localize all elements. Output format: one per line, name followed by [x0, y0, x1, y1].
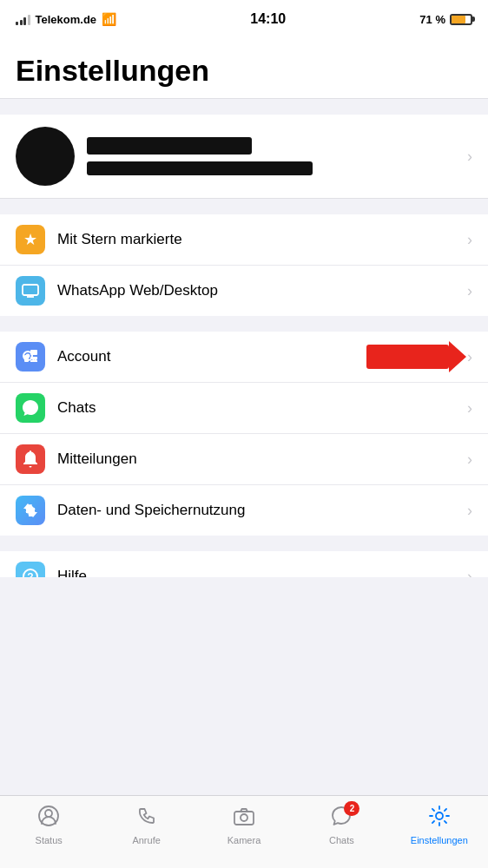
storage-icon — [16, 496, 45, 525]
signal-bar-2 — [20, 20, 23, 25]
arrow-head — [449, 341, 466, 372]
status-right: 71 % — [419, 13, 472, 26]
profile-status-redacted — [87, 161, 313, 175]
row-account[interactable]: Account › — [0, 332, 488, 383]
battery-fill — [452, 16, 465, 23]
carrier-label: Telekom.de — [36, 13, 97, 26]
section-main: Account › Chats › Mitteilungen › — [0, 332, 488, 536]
section-gap-2 — [0, 199, 488, 214]
section-gap-4 — [0, 536, 488, 551]
page-header: Einstellungen — [0, 38, 488, 99]
nav-camera-label: Kamera — [228, 835, 261, 845]
storage-chevron: › — [467, 502, 472, 520]
web-icon — [16, 276, 45, 306]
notifications-chevron: › — [467, 450, 472, 469]
nav-camera-icon — [233, 805, 255, 832]
battery-percent: 71 % — [419, 13, 445, 26]
nav-status-label: Status — [36, 835, 63, 845]
chats-label: Chats — [57, 399, 467, 417]
nav-calls[interactable]: Anrufe — [97, 805, 195, 845]
row-notifications[interactable]: Mitteilungen › — [0, 434, 488, 485]
nav-status[interactable]: Status — [0, 805, 97, 845]
svg-point-18 — [241, 814, 247, 821]
svg-point-16 — [45, 810, 52, 817]
wifi-icon: 📶 — [102, 12, 116, 26]
nav-settings[interactable]: Einstellungen — [391, 805, 488, 845]
signal-bars — [16, 14, 30, 25]
section-help: ? Hilfe › — [0, 551, 488, 577]
status-time: 14:10 — [250, 11, 286, 27]
red-arrow — [366, 345, 449, 369]
svg-text:?: ? — [27, 571, 33, 577]
notifications-icon — [16, 444, 45, 474]
svg-rect-11 — [33, 358, 35, 360]
status-left: Telekom.de 📶 — [16, 12, 116, 26]
profile-chevron: › — [467, 148, 472, 166]
nav-chats[interactable]: 2 Chats — [293, 805, 390, 845]
starred-icon: ★ — [16, 225, 45, 254]
help-chevron: › — [467, 568, 472, 578]
nav-settings-label: Einstellungen — [411, 835, 468, 845]
signal-bar-4 — [28, 15, 30, 25]
svg-rect-10 — [35, 358, 36, 361]
chats-chevron: › — [467, 399, 472, 418]
section-gap-1 — [0, 99, 488, 115]
arrow-body — [366, 345, 449, 369]
starred-label: Mit Stern markierte — [57, 231, 467, 248]
chats-icon — [16, 393, 45, 423]
svg-point-8 — [26, 354, 30, 358]
profile-row[interactable]: › — [0, 115, 488, 199]
profile-info — [87, 137, 455, 175]
profile-name-redacted — [87, 137, 252, 155]
row-storage[interactable]: Daten- und Speichernutzung › — [0, 485, 488, 536]
nav-camera[interactable]: Kamera — [195, 805, 293, 845]
nav-status-icon — [37, 805, 60, 832]
nav-calls-label: Anrufe — [132, 835, 160, 845]
account-icon — [16, 342, 45, 372]
help-label: Hilfe — [57, 568, 467, 577]
nav-calls-icon — [135, 805, 158, 832]
storage-label: Daten- und Speichernutzung — [57, 502, 467, 519]
svg-rect-0 — [23, 285, 38, 295]
svg-point-19 — [436, 812, 443, 819]
notifications-label: Mitteilungen — [57, 450, 467, 468]
nav-chats-label: Chats — [329, 835, 354, 845]
nav-chats-icon: 2 — [330, 805, 353, 832]
battery-icon — [450, 14, 472, 25]
status-bar: Telekom.de 📶 14:10 71 % — [0, 0, 488, 38]
help-icon: ? — [16, 562, 45, 577]
row-starred[interactable]: ★ Mit Stern markierte › — [0, 214, 488, 266]
row-help[interactable]: ? Hilfe › — [0, 551, 488, 577]
section-quick: ★ Mit Stern markierte › WhatsApp Web/Des… — [0, 214, 488, 316]
web-chevron: › — [467, 282, 472, 300]
row-chats[interactable]: Chats › — [0, 383, 488, 434]
chats-badge: 2 — [344, 801, 359, 816]
row-web[interactable]: WhatsApp Web/Desktop › — [0, 266, 488, 316]
avatar — [16, 127, 75, 186]
signal-bar-3 — [23, 17, 26, 25]
account-chevron: › — [467, 348, 488, 366]
signal-bar-1 — [16, 22, 18, 25]
bottom-nav: Status Anrufe Kamera 2 Chats — [0, 795, 488, 868]
starred-chevron: › — [467, 231, 472, 249]
web-label: WhatsApp Web/Desktop — [57, 282, 467, 299]
page-title: Einstellungen — [16, 54, 472, 88]
section-gap-3 — [0, 316, 488, 332]
nav-settings-icon — [428, 805, 451, 832]
